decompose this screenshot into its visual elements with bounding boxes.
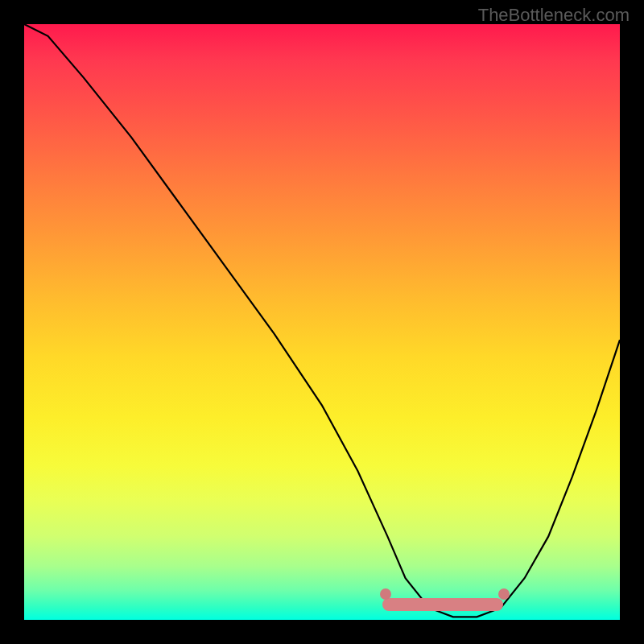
watermark-text: TheBottleneck.com [478,5,630,26]
optimal-range-band [382,598,503,611]
plot-area [24,24,620,620]
optimal-range-dot-left [380,588,391,600]
curve-path [24,24,620,617]
optimal-range-dot-right [498,588,510,600]
bottleneck-curve [24,24,620,620]
